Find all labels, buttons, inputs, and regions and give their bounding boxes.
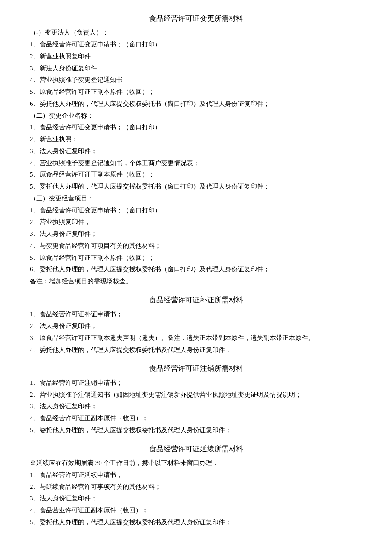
section4-preface: ※延续应在有效期届满 30 个工作日前，携带以下材料来窗口办理： [30, 457, 362, 469]
list-item: 4、营业执照准予变更登记通知书，个体工商户变更情况表； [30, 157, 362, 169]
list-item: 5、委托他人办理的，代理人应提交授权委托书（窗口打印）及代理人身份证复印件； [30, 181, 362, 193]
section1-sub3-header: （三）变更经营项目： [30, 193, 362, 205]
list-item: 2、营业执照复印件； [30, 216, 362, 228]
list-item: 4、食品经营许可证正副本原件（收回）； [30, 413, 362, 424]
list-item: 3、法人身份证复印件； [30, 228, 362, 240]
list-item: 1、食品经营许可证变更申请书；（窗口打印） [30, 122, 362, 134]
section1-title: 食品经营许可证变更所需材料 [30, 12, 362, 25]
section4-title: 食品经营许可证延续所需材料 [30, 442, 362, 456]
section1-sub1-header: （-）变更法人（负责人）： [30, 27, 362, 39]
list-item: 5、原食品经营许可证正副本原件（收回）； [30, 252, 362, 264]
section2-title: 食品经营许可证补证所需材料 [30, 293, 362, 307]
list-item: 5、原食品经营许可证正副本原件（收回）； [30, 169, 362, 181]
list-item: 3、法人身份证复印件； [30, 145, 362, 157]
list-item: 3、原食品经营许可证正副本遗失声明（遗失）。备注：遗失正本带副本原件，遗失副本带… [30, 332, 362, 344]
section1-note: 备注：增加经营项目的需现场核查。 [30, 276, 362, 288]
list-item: 1、食品经营许可证补证申请书； [30, 308, 362, 320]
list-item: 4、营业执照准予变更登记通知书 [30, 74, 362, 86]
list-item: 4、委托他人办理的，代理人应提交授权委托书及代理人身份证复印件； [30, 344, 362, 356]
list-item: 6、委托他人办理的，代理人应提交授权委托书（窗口打印）及代理人身份证复印件； [30, 264, 362, 276]
list-item: 2、新营业执照复印件 [30, 51, 362, 63]
list-item: 2、新营业执照； [30, 134, 362, 145]
list-item: 1、食品经营许可证变更申请书；（窗口打印） [30, 39, 362, 51]
section1-sub2-header: （二）变更企业名称： [30, 110, 362, 122]
list-item: 1、食品经营许可证注销申请书； [30, 377, 362, 389]
list-item: 5、原食品经营许可证正副本原件（收回）； [30, 86, 362, 98]
section3-title: 食品经营许可证注销所需材料 [30, 362, 362, 375]
list-item: 5、委托他人办理的，代理人应提交授权委托书及代理人身份证复印件； [30, 424, 362, 436]
list-item: 2、与延续食品经营许可事项有关的其他材料； [30, 481, 362, 493]
list-item: 3、新法人身份证复印件 [30, 63, 362, 75]
list-item: 4、与变更食品经营许可项目有关的其他材料； [30, 240, 362, 252]
list-item: 4、食品营业许可证正副本原件（收回）； [30, 505, 362, 517]
list-item: 2、营业执照准予注销通知书（如因地址变更需注销新办提供营业执照地址变更证明及情况… [30, 389, 362, 401]
list-item: 1、食品经营许可证延续申请书； [30, 469, 362, 481]
list-item: 2、法人身份证复印件； [30, 320, 362, 332]
list-item: 1、食品经营许可证变更申请书；（窗口打印） [30, 205, 362, 217]
list-item: 3、法人身份证复印件； [30, 493, 362, 505]
list-item: 6、委托他人办理的，代理人应提交授权委托书（窗口打印）及代理人身份证复印件； [30, 98, 362, 110]
list-item: 5、委托他人办理的，代理人应提交授权委托书及代理人身份证复印件； [30, 517, 362, 529]
list-item: 3、法人身份证复印件； [30, 401, 362, 413]
